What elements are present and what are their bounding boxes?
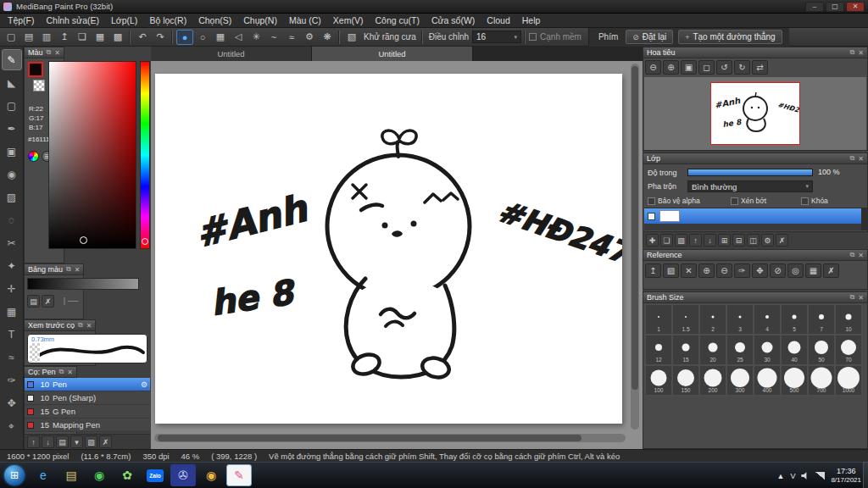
- brush-size-150[interactable]: 150: [672, 365, 699, 396]
- brush-size-20[interactable]: 20: [699, 335, 726, 365]
- taskbar-clock[interactable]: 17:36 8/17/2021: [831, 467, 861, 485]
- create-line-button[interactable]: + Tạo một đường thẳng: [678, 30, 782, 44]
- close-icon[interactable]: ✕: [858, 252, 864, 259]
- brush-size-25[interactable]: 25: [726, 335, 754, 365]
- foreground-color-swatch[interactable]: [28, 62, 43, 77]
- upload-icon[interactable]: ↥: [56, 30, 73, 45]
- transparent-color-swatch[interactable]: [33, 80, 45, 92]
- tool-bucket[interactable]: ◉: [2, 164, 22, 185]
- symmetry-snap-icon[interactable]: ❋: [319, 30, 336, 45]
- actual-size-icon[interactable]: ◻: [698, 60, 715, 75]
- tool-pen[interactable]: ✒: [2, 118, 22, 139]
- ref-target-button[interactable]: ◎: [787, 263, 804, 278]
- brush-size-40[interactable]: 40: [781, 335, 808, 365]
- saturation-value-picker[interactable]: [48, 61, 136, 249]
- menu-cloud[interactable]: Cloud: [481, 14, 515, 26]
- opacity-slider[interactable]: [687, 169, 813, 176]
- scrollbar-thumb[interactable]: [158, 435, 581, 441]
- close-icon[interactable]: ✕: [75, 266, 81, 274]
- menu-window[interactable]: Cửa sổ(W): [426, 14, 481, 26]
- ref-delete-button[interactable]: ✗: [823, 263, 839, 278]
- add-swatch-button[interactable]: ▤: [27, 295, 40, 308]
- rotate-right-icon[interactable]: ↻: [734, 60, 750, 75]
- tool-move[interactable]: ✛: [2, 278, 22, 299]
- radial-snap-icon[interactable]: ✳: [248, 30, 264, 45]
- layer-down-button[interactable]: ↓: [704, 234, 716, 247]
- zoom-out-icon[interactable]: ⊖: [645, 60, 661, 75]
- canvas-vertical-scrollbar[interactable]: [631, 64, 639, 430]
- snap-settings-gear-icon[interactable]: ⚙: [301, 30, 318, 45]
- brush-pen[interactable]: 10Pen⚙: [25, 378, 150, 391]
- taskbar-edge[interactable]: e: [31, 464, 56, 486]
- layer-up-button[interactable]: ↑: [689, 234, 702, 247]
- protect-alpha-checkbox[interactable]: Bảo vệ alpha: [648, 197, 700, 205]
- flip-horizontal-icon[interactable]: ⇄: [752, 60, 768, 75]
- tool-select-rect[interactable]: ▢: [2, 95, 22, 116]
- brush-size-50[interactable]: 50: [808, 335, 835, 365]
- menu-view[interactable]: Xem(V): [327, 14, 370, 26]
- menu-file[interactable]: Tệp(F): [2, 14, 41, 26]
- brush-folder-button[interactable]: ▧: [85, 435, 97, 448]
- new-canvas-icon[interactable]: ▢: [3, 30, 19, 45]
- delete-layer-button[interactable]: ✗: [776, 234, 788, 247]
- freehand-mode-icon[interactable]: ●: [176, 30, 193, 45]
- tool-divide[interactable]: ▦: [2, 301, 22, 322]
- ref-zoom-out-button[interactable]: ⊖: [716, 263, 732, 278]
- menu-help[interactable]: Help: [516, 14, 547, 26]
- ref-grid-button[interactable]: ▦: [805, 263, 821, 278]
- add-folder-button[interactable]: ▧: [675, 234, 687, 247]
- close-icon[interactable]: ✕: [86, 322, 92, 330]
- ellipse-mode-icon[interactable]: ○: [194, 30, 211, 45]
- brush-size-3[interactable]: 3: [726, 304, 754, 335]
- ref-disable-button[interactable]: ⊘: [770, 263, 786, 278]
- delete-swatch-button[interactable]: ✗: [42, 295, 54, 308]
- close-icon[interactable]: ✕: [54, 49, 60, 57]
- menu-filter[interactable]: Bộ lọc(R): [143, 14, 192, 26]
- tool-text[interactable]: T: [2, 324, 22, 345]
- tool-eraser[interactable]: ◣: [2, 72, 22, 93]
- maximize-button[interactable]: ▢: [826, 2, 844, 12]
- redo-button[interactable]: ↷: [152, 30, 169, 45]
- grid-toggle-icon[interactable]: ▦: [92, 30, 108, 45]
- tool-stamp[interactable]: ▣: [2, 141, 22, 162]
- perspective-snap-icon[interactable]: ◁: [230, 30, 247, 45]
- blend-mode-dropdown[interactable]: Bình thường ▾: [687, 180, 813, 192]
- taskbar-chrome[interactable]: ◉: [198, 464, 224, 486]
- layer-list-scrollbar[interactable]: [861, 208, 868, 230]
- tool-gradient[interactable]: ▨: [2, 186, 22, 208]
- brush-size-30[interactable]: 30: [754, 335, 781, 365]
- network-icon[interactable]: [815, 472, 825, 480]
- brush-up-button[interactable]: ↑: [27, 435, 40, 448]
- popout-icon[interactable]: ⧉: [47, 48, 52, 57]
- language-indicator[interactable]: V: [790, 472, 795, 480]
- zoom-in-icon[interactable]: ⊕: [663, 60, 679, 75]
- scrollbar-thumb[interactable]: [632, 66, 638, 390]
- menu-edit[interactable]: Chỉnh sửa(E): [41, 14, 105, 26]
- tab-untitled-2[interactable]: Untitled: [312, 47, 473, 61]
- color-wheel-button[interactable]: [28, 151, 39, 162]
- add-brush-button[interactable]: ▤: [56, 435, 69, 448]
- popout-icon[interactable]: ⧉: [850, 48, 855, 57]
- soft-edge-checkbox[interactable]: [529, 33, 537, 41]
- close-icon[interactable]: ✕: [858, 294, 864, 302]
- taskbar-medibang[interactable]: ✎: [226, 464, 252, 486]
- tool-eyedropper[interactable]: ✑: [2, 369, 22, 391]
- grid-snap-icon[interactable]: ▦: [212, 30, 229, 45]
- tool-magic-wand[interactable]: ✦: [2, 255, 22, 276]
- save-icon[interactable]: ▥: [38, 30, 55, 45]
- taskbar-green-app[interactable]: ◉: [86, 464, 112, 486]
- menu-color[interactable]: Màu (C): [283, 14, 327, 26]
- tool-select-ellipse[interactable]: ◌: [2, 209, 22, 230]
- canvas-page[interactable]: #Anh he 8 #HĐ247: [155, 74, 622, 424]
- brush-size-1.5[interactable]: 1.5: [672, 304, 699, 335]
- popout-icon[interactable]: ⧉: [850, 154, 855, 163]
- sv-cursor-handle[interactable]: [80, 236, 87, 244]
- menu-tools[interactable]: Công cụ(T): [369, 14, 426, 26]
- tool-zoom[interactable]: ⌖: [2, 415, 22, 436]
- taskbar-leaf-app[interactable]: ✿: [114, 464, 140, 486]
- brush-size-500[interactable]: 500: [781, 365, 808, 396]
- brush-pen-sharp[interactable]: 10Pen (Sharp): [25, 391, 150, 405]
- minimize-button[interactable]: –: [805, 2, 824, 12]
- delete-brush-button[interactable]: ✗: [99, 435, 112, 448]
- brush-size-1[interactable]: 1: [645, 304, 672, 335]
